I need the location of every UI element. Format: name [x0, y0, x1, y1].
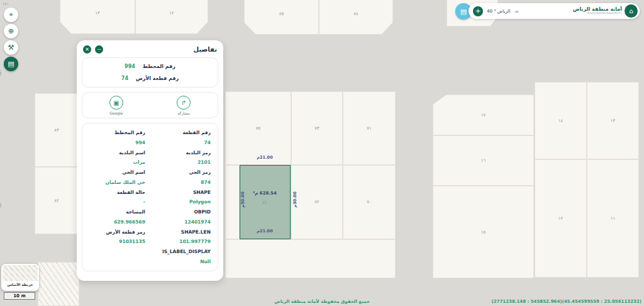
scale-bar: 10 m [4, 292, 35, 300]
dimension-label-left: 30.00م [240, 191, 245, 207]
detail-label: رقم القطعة [150, 128, 211, 138]
detail-label: رمز الحي [150, 167, 211, 178]
summary-label: رقم المخطط [143, 60, 175, 72]
detail-label: المساحة [89, 207, 145, 217]
parcel-number-label: ٧١ [367, 126, 372, 131]
detail-value: 74 [150, 138, 211, 148]
detail-cell: SHAPEPolygon [150, 188, 211, 208]
parcel-number-label: ١٧ [481, 113, 486, 118]
header-bar: + الرياض ° 40 ☁ أمانة منطقة الرياض RIYAD… [469, 3, 640, 19]
parcel-number-label: ٨٥ [279, 11, 284, 16]
basemap-switcher[interactable]: خريطة الأساس [1, 264, 39, 291]
summary-value: 74 [121, 72, 128, 84]
detail-cell: اسم البلديةمرات [89, 148, 145, 168]
detail-value: - [89, 197, 145, 207]
parcel[interactable] [225, 165, 240, 239]
basemap-layers-button[interactable]: ▤ [4, 57, 18, 71]
parcel[interactable]: ٧١ [343, 91, 396, 165]
details-grid: رقم القطعة74رقم المخطط994رمز البلدية2101… [82, 123, 218, 271]
detail-cell: رمز الحي874 [150, 167, 211, 188]
summary-row: رقم المخطط994 [82, 60, 218, 72]
map-edge-label: ١٣٧ [0, 70, 3, 76]
detail-value: 101.997779 [150, 237, 211, 247]
copyright-text: جميع الحقوق محفوظة لأمانة منطقة الرياض [274, 299, 369, 304]
basemap-thumbnail [3, 265, 38, 281]
parcel-number-label: ١١ [611, 216, 616, 221]
parcel[interactable]: ٧٠ [343, 165, 396, 239]
detail-label: IS_LABEL_DISPLAY [150, 247, 211, 257]
locate-button[interactable]: ⌖ [4, 8, 18, 22]
detail-cell: حالة القطعة- [89, 188, 145, 208]
weather-temperature: الرياض ° 40 [487, 9, 510, 14]
detail-label: SHAPE.LEN [150, 227, 211, 237]
parcel-number-label: ١٢ [169, 11, 174, 16]
parcel[interactable] [225, 239, 396, 278]
summary-value: 994 [125, 60, 135, 72]
detail-cell [89, 247, 145, 267]
locate-icon: ⌖ [9, 11, 13, 19]
detail-value: Polygon [150, 197, 211, 207]
add-button[interactable]: + [473, 6, 483, 16]
summary-row: رقم قطعة الأرض74 [82, 72, 218, 84]
detail-cell: رقم القطعة74 [150, 128, 211, 148]
basemap-icon: ▤ [8, 60, 14, 68]
parcel-number-label: ٧٣ [314, 126, 319, 131]
parcel-number-label: ٨٤ [353, 11, 358, 16]
detail-value: 12401974 [150, 217, 211, 227]
parcel-number-label: ١٢ [558, 216, 564, 221]
detail-cell: اسم الحيحي الملك سلمان [89, 167, 145, 188]
parcel[interactable]: ٧٣ [291, 91, 343, 165]
parcel[interactable]: ٧٥ [225, 91, 291, 165]
parcel[interactable]: ١٣ [587, 82, 639, 159]
parcel-number-label: ٨٣ [54, 128, 59, 133]
parcel[interactable]: ١٤ [535, 82, 587, 159]
detail-cell: IS_LABEL_DISPLAYNull [150, 247, 211, 267]
municipality-name-en: RIYADH REGION MUNICIPALITY [573, 13, 622, 15]
parcel-number-label: ١٤ [558, 118, 564, 123]
detail-value: 994 [89, 138, 145, 148]
globe-icon: ⊕ [8, 27, 14, 35]
map-edge-label: ١٤١ [3, 1, 9, 6]
minimize-button[interactable]: − [95, 45, 103, 54]
services-icon: ▤ [460, 8, 467, 16]
parcel[interactable]: ١١ [587, 159, 639, 278]
parcel[interactable]: ٨٢ [35, 167, 79, 234]
tools-button[interactable]: ⚒ [4, 40, 18, 55]
parcel[interactable]: ٧٢ [291, 165, 343, 239]
summary-card: رقم المخطط994رقم قطعة الأرض74 [82, 57, 218, 88]
action-label: Google [109, 111, 123, 115]
detail-value: 629.966569 [89, 217, 145, 227]
details-panel: ✕ − تفاصيل رقم المخطط994رقم قطعة الأرض74… [77, 40, 223, 281]
detail-cell: المساحة629.966569 [89, 207, 145, 227]
parcel[interactable]: ١٣ [60, 0, 135, 34]
parcel-number-label: ٧٢ [314, 200, 319, 205]
parcel[interactable]: ١٦ [433, 135, 534, 186]
municipality-logo: ⌂ [625, 4, 638, 18]
parcel-number-label: ٧٤ [262, 200, 267, 205]
coordinates-readout: (2771238.148 : 545852.964)(45.454599559 … [492, 299, 641, 304]
parcel[interactable]: ٨٣ [35, 93, 79, 167]
dimension-label-top: 21.00م [257, 155, 272, 160]
close-button[interactable]: ✕ [83, 45, 91, 54]
globe-button[interactable]: ⊕ [4, 24, 18, 38]
parcel-number-label: ٧٠ [367, 200, 372, 205]
parcel[interactable] [38, 262, 79, 306]
detail-value: حي الملك سلمان [89, 178, 145, 188]
parcel-number-label: ٨٢ [54, 198, 59, 203]
parcel[interactable]: ٨٥ [244, 0, 319, 35]
google-button[interactable]: ▣Google [109, 96, 123, 115]
parcel[interactable]: ١٢ [135, 0, 208, 34]
parcel[interactable]: ٨٤ [319, 0, 393, 35]
detail-cell: SHAPE.LEN101.997779 [150, 227, 211, 247]
parcel-number-label: ١٣ [611, 118, 616, 123]
parcel[interactable]: ١٥ [433, 186, 534, 278]
map-application: ١٣١٢٨٥٨٤٨٣٨٢٧٥٧٣٧١٧٢٧٠١٧١٦١٥١٤١٣١٢١١١٤١١… [0, 0, 644, 306]
parcel[interactable]: ١٧ [433, 94, 534, 135]
share-button[interactable]: ↱مشاركة [177, 96, 191, 115]
detail-label: SHAPE [150, 188, 211, 198]
detail-cell: رقم المخطط994 [89, 128, 145, 148]
detail-label: رقم المخطط [89, 128, 145, 138]
logo-icon: ⌂ [629, 8, 633, 14]
parcel[interactable]: ١٢ [535, 159, 587, 278]
action-label: مشاركة [178, 111, 190, 115]
